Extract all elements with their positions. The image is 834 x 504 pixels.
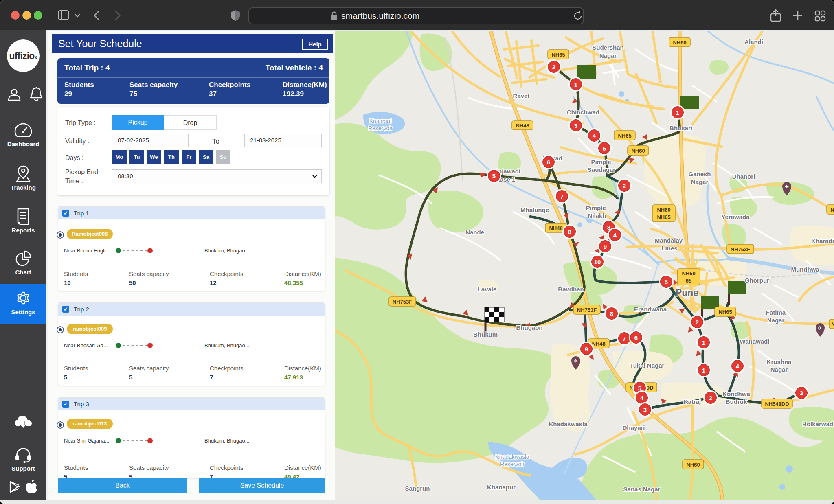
svg-text:1: 1 (702, 367, 705, 374)
svg-text:Ganesh: Ganesh (688, 171, 711, 177)
svg-text:Ravet: Ravet (513, 92, 530, 99)
svg-text:Krushna: Krushna (767, 358, 792, 365)
svg-text:✈: ✈ (818, 325, 823, 331)
svg-text:NH65: NH65 (657, 214, 670, 220)
svg-text:2: 2 (623, 182, 626, 189)
svg-text:Khadakwasla: Khadakwasla (549, 421, 588, 427)
svg-text:7: 7 (560, 193, 564, 200)
svg-text:Kasarsai: Kasarsai (369, 118, 391, 124)
svg-text:3: 3 (574, 122, 577, 129)
svg-text:NH60: NH60 (686, 462, 700, 468)
svg-text:Erandwana: Erandwana (634, 306, 667, 313)
svg-text:9: 9 (604, 243, 607, 250)
svg-text:NH65: NH65 (551, 52, 565, 58)
svg-text:Pimple: Pimple (591, 158, 611, 165)
svg-text:1: 1 (702, 339, 705, 346)
svg-text:Kondhwa: Kondhwa (722, 390, 750, 397)
svg-text:6: 6 (634, 334, 638, 341)
svg-text:Pune: Pune (676, 287, 698, 298)
svg-text:Bavdhan: Bavdhan (558, 286, 584, 293)
svg-text:NH60: NH60 (657, 207, 670, 213)
svg-text:Lavale: Lavale (478, 286, 497, 293)
svg-text:NH753F: NH753F (577, 307, 597, 313)
svg-text:5: 5 (492, 173, 496, 180)
svg-text:Nilakh: Nilakh (588, 212, 606, 219)
svg-text:Mundhwa: Mundhwa (791, 266, 819, 273)
svg-text:Katraj: Katraj (684, 398, 701, 405)
svg-text:NH48: NH48 (592, 341, 605, 347)
svg-text:NH60: NH60 (631, 148, 645, 154)
svg-text:Yerawada: Yerawada (721, 213, 750, 220)
svg-text:Tukai Nagar: Tukai Nagar (630, 362, 665, 369)
svg-text:4: 4 (640, 394, 644, 401)
svg-text:5: 5 (665, 278, 668, 285)
svg-text:8: 8 (568, 228, 571, 235)
svg-text:Holkarwad: Holkarwad (802, 421, 833, 427)
svg-text:4: 4 (593, 132, 596, 139)
svg-text:3: 3 (800, 390, 803, 397)
svg-text:Sanas Nagar: Sanas Nagar (623, 486, 661, 493)
svg-text:Khadakwasla: Khadakwasla (495, 454, 529, 460)
svg-text:N: N (831, 321, 834, 327)
svg-text:4: 4 (736, 363, 740, 370)
svg-text:Wanawadi: Wanawadi (740, 338, 770, 345)
svg-text:Reservoir: Reservoir (368, 125, 393, 131)
svg-text:Nagar: Nagar (767, 317, 785, 324)
svg-text:Sudershan: Sudershan (592, 44, 624, 51)
svg-text:Mhalunge: Mhalunge (520, 206, 549, 213)
svg-text:4: 4 (613, 232, 617, 239)
svg-text:NH48: NH48 (549, 225, 562, 231)
svg-text:6: 6 (547, 159, 550, 166)
svg-text:Chinchwad: Chinchwad (567, 109, 599, 116)
svg-text:1: 1 (676, 109, 679, 116)
svg-text:2: 2 (552, 64, 555, 70)
svg-text:8: 8 (610, 310, 613, 317)
svg-text:✈: ✈ (785, 184, 789, 190)
svg-text:Reservoir: Reservoir (500, 461, 525, 467)
svg-text:NH753F: NH753F (393, 299, 412, 305)
svg-text:Budruk: Budruk (726, 398, 747, 405)
svg-text:Fatima: Fatima (766, 309, 786, 316)
svg-text:3: 3 (643, 406, 647, 413)
svg-text:9: 9 (585, 346, 588, 353)
svg-text:Khanapur: Khanapur (487, 484, 516, 491)
svg-text:65: 65 (686, 278, 691, 284)
svg-text:Saudagar: Saudagar (588, 166, 616, 173)
svg-text:Mandalay: Mandalay (655, 237, 683, 244)
svg-text:NH753F: NH753F (731, 246, 750, 252)
svg-text:2: 2 (709, 394, 712, 401)
svg-text:NH48: NH48 (516, 123, 529, 129)
svg-text:Nagar: Nagar (691, 178, 709, 185)
svg-text:Lines: Lines (661, 245, 677, 252)
svg-text:NH65: NH65 (618, 133, 631, 139)
svg-text:Ghorpuri: Ghorpuri (745, 277, 771, 284)
svg-text:NH548DD: NH548DD (765, 401, 789, 407)
svg-text:10: 10 (594, 259, 601, 265)
svg-text:5: 5 (603, 145, 606, 152)
svg-text:Bhosari: Bhosari (669, 125, 692, 131)
svg-text:1: 1 (574, 81, 577, 88)
svg-text:✈: ✈ (574, 358, 578, 364)
svg-text:Sangrun: Sangrun (405, 485, 430, 492)
svg-text:Bhugaon: Bhugaon (516, 324, 543, 331)
svg-text:Alandi: Alandi (744, 38, 763, 45)
svg-text:Nande: Nande (465, 229, 484, 236)
svg-text:Nagar: Nagar (770, 366, 788, 373)
svg-text:Dhayari: Dhayari (622, 424, 645, 431)
svg-text:Pimple: Pimple (586, 204, 606, 211)
svg-text:Dhanori: Dhanori (732, 173, 755, 180)
svg-text:NH60: NH60 (682, 270, 695, 276)
svg-text:5: 5 (638, 385, 641, 392)
svg-text:2: 2 (696, 319, 699, 326)
svg-text:NH60: NH60 (673, 39, 686, 46)
svg-text:NH65: NH65 (718, 309, 732, 315)
svg-text:Bhukum: Bhukum (473, 331, 498, 338)
svg-text:Kharadi: Kharadi (811, 237, 834, 244)
svg-text:N: N (830, 207, 834, 213)
svg-text:7: 7 (623, 335, 626, 342)
svg-text:Nagar: Nagar (599, 52, 617, 59)
